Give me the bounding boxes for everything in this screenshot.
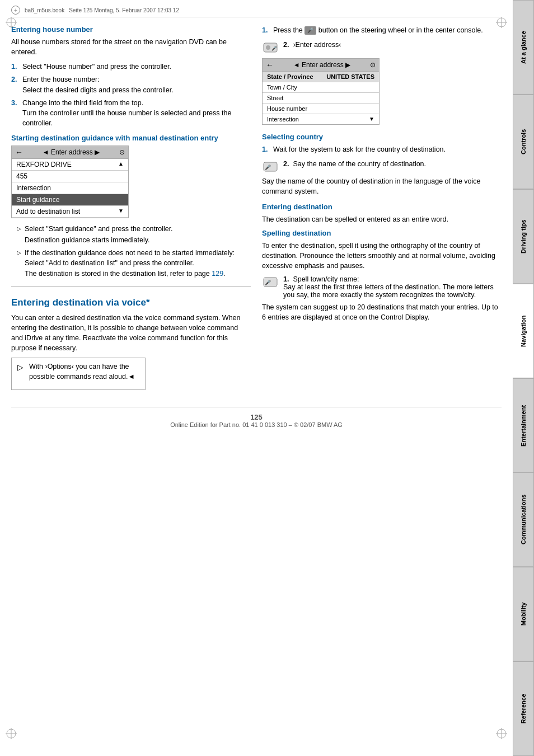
copyright-text: Online Edition for Part no. 01 41 0 013 … — [170, 421, 343, 428]
nav-row-street-2: Street — [263, 93, 379, 104]
side-tab-bar: At a glance Controls Driving tips Naviga… — [513, 0, 534, 756]
sidebar-item-at-a-glance[interactable]: At a glance — [513, 0, 534, 95]
nav-row-label: Intersection — [267, 116, 299, 123]
voice-icon-spelling: 🎤 — [262, 276, 279, 288]
sidebar-item-mobility[interactable]: Mobility — [513, 567, 534, 661]
list-item: 2. Enter the house number:Select the des… — [11, 74, 251, 95]
list-item: If the destination guidance does not nee… — [11, 248, 251, 278]
step-num: 1. — [262, 25, 270, 35]
two-column-layout: Entering house number All house numbers … — [11, 25, 502, 396]
svg-text:🎤: 🎤 — [265, 164, 271, 171]
nav-row-label: Intersection — [16, 184, 51, 192]
starting-destination-bullets: Select "Start guidance" and press the co… — [11, 224, 251, 279]
selecting-country-steps: 1. Wait for the system to ask for the co… — [262, 144, 502, 154]
entering-destination-voice-heading: Entering destination via voice* — [11, 297, 251, 308]
options-arrow-icon: ▷ — [17, 363, 24, 372]
svg-point-13 — [266, 45, 270, 50]
spelling-follow-text: The system can suggest up to 20 destinat… — [262, 302, 502, 322]
step-num: 1. — [11, 62, 19, 72]
file-info-text: ba8_m5us.book — [25, 7, 64, 13]
nav-ui-box-2: ← ◄ Enter address ▶ ⊙ State / Province U… — [262, 58, 380, 125]
nav-row-add-destination: Add to destination list ▼ — [12, 206, 128, 218]
step-text: Select "House number" and press the cont… — [22, 62, 171, 72]
entering-destination-heading: Entering destination — [262, 203, 502, 211]
corner-mark-bl — [6, 728, 17, 739]
page-number: 125 — [250, 413, 263, 421]
nav-row-state-label: State / Province — [267, 73, 313, 80]
press-button-step: 1. Press the 🎤 button on the steering wh… — [262, 25, 502, 35]
corner-mark-br — [496, 728, 507, 739]
entering-house-number-steps: 1. Select "House number" and press the c… — [11, 62, 251, 128]
spelling-voice-step-1: 🎤 1. Spell town/city name: Say at least … — [262, 275, 502, 299]
scroll-up-icon: ▲ — [118, 161, 124, 168]
voice-icon-2: 🎤 — [262, 41, 279, 54]
page-footer: 125 Online Edition for Part no. 01 41 0 … — [11, 407, 502, 428]
nav-row-number: 455 — [12, 171, 128, 182]
nav-row-label: REXFORD DRIVE — [16, 161, 72, 168]
list-item: 1. Press the 🎤 button on the steering wh… — [262, 25, 502, 35]
nav-row-intersection-2: Intersection ▼ — [263, 114, 379, 124]
selecting-country-voice-step: 🎤 2. Say the name of the country of dest… — [262, 160, 502, 173]
spelling-destination-heading: Spelling destination — [262, 229, 502, 237]
page-link: 129 — [212, 270, 223, 278]
selecting-country-section: Selecting country 1. Wait for the system… — [262, 133, 502, 196]
nav-box-title: ◄ Enter address ▶ — [23, 148, 119, 156]
starting-destination-heading: Starting destination guidance with manua… — [11, 134, 251, 142]
svg-text:🎤: 🎤 — [271, 45, 277, 51]
left-column: Entering house number All house numbers … — [11, 25, 251, 396]
nav-button-icon: 🎤 — [305, 26, 316, 35]
svg-text:🎤: 🎤 — [265, 279, 271, 286]
nav-back-button: ← — [15, 148, 23, 157]
spelling-destination-intro: To enter the destination, spell it using… — [262, 241, 502, 271]
step-num: 2. — [11, 74, 19, 95]
list-item: 1. Select "House number" and press the c… — [11, 62, 251, 72]
nav-row-intersection: Intersection — [12, 182, 128, 194]
nav-row-label: House number — [267, 105, 307, 112]
step-text: Change into the third field from the top… — [22, 98, 251, 128]
step-num: 1. — [262, 144, 270, 154]
nav-row-housenumber: House number — [263, 104, 379, 114]
step-text: Wait for the system to ask for the count… — [273, 144, 446, 154]
bullet-text: Select "Start guidance" and press the co… — [25, 224, 173, 245]
options-text: With ›Options‹ you can have the possible… — [29, 361, 139, 382]
nav-row-label: Street — [267, 95, 283, 101]
nav-settings-icon: ⊙ — [119, 148, 125, 156]
nav-box-header-1: ← ◄ Enter address ▶ ⊙ — [12, 146, 128, 159]
entering-house-number-heading: Entering house number — [11, 25, 251, 34]
list-item: 1. Wait for the system to ask for the co… — [262, 144, 502, 154]
sidebar-item-navigation[interactable]: Navigation — [513, 284, 534, 378]
nav-box-title-2: ◄ Enter address ▶ — [274, 61, 370, 69]
voice-step-text: 2. ›Enter address‹ — [283, 41, 341, 49]
nav-settings-icon-2: ⊙ — [370, 61, 376, 69]
scroll-down-icon: ▼ — [118, 208, 124, 215]
nav-row-town: Town / City — [263, 82, 379, 93]
crosshair-icon — [11, 6, 20, 15]
nav-row-state-value: UNITED STATES — [326, 73, 374, 80]
sidebar-item-communications[interactable]: Communications — [513, 472, 534, 567]
file-page-info: Seite 125 Montag, 5. Februar 2007 12:03 … — [69, 7, 179, 13]
nav-back-button-2: ← — [266, 60, 274, 69]
entering-destination-intro: The destination can be spelled or entere… — [262, 214, 502, 224]
step-text: Press the 🎤 button on the steering wheel… — [273, 25, 483, 35]
nav-row-label: 455 — [16, 172, 27, 180]
entering-destination-section: Entering destination The destination can… — [262, 203, 502, 224]
nav-row-state: State / Province UNITED STATES — [263, 72, 379, 82]
sidebar-item-driving-tips[interactable]: Driving tips — [513, 189, 534, 284]
voice-icon-selecting: 🎤 — [262, 161, 279, 173]
nav-box-header-2: ← ◄ Enter address ▶ ⊙ — [263, 59, 379, 72]
nav-row-label: Start guidance — [16, 196, 59, 204]
voice-step-text-2: 2. Say the name of the country of destin… — [283, 160, 426, 168]
sidebar-item-controls[interactable]: Controls — [513, 95, 534, 189]
sidebar-item-reference[interactable]: Reference — [513, 661, 534, 756]
list-item: 3. Change into the third field from the … — [11, 98, 251, 128]
step-text: Enter the house number:Select the desire… — [22, 74, 174, 95]
main-content: ba8_m5us.book Seite 125 Montag, 5. Febru… — [0, 0, 513, 439]
nav-row-street: REXFORD DRIVE ▲ — [12, 159, 128, 171]
voice-step-2: 🎤 2. ›Enter address‹ — [262, 41, 502, 54]
file-info-bar: ba8_m5us.book Seite 125 Montag, 5. Febru… — [11, 6, 502, 17]
entering-house-number-intro: All house numbers stored for the street … — [11, 37, 251, 57]
nav-row-label: Town / City — [267, 84, 297, 91]
sidebar-item-entertainment[interactable]: Entertainment — [513, 378, 534, 473]
entering-house-number-section: Entering house number All house numbers … — [11, 25, 251, 128]
list-item: Select "Start guidance" and press the co… — [11, 224, 251, 245]
